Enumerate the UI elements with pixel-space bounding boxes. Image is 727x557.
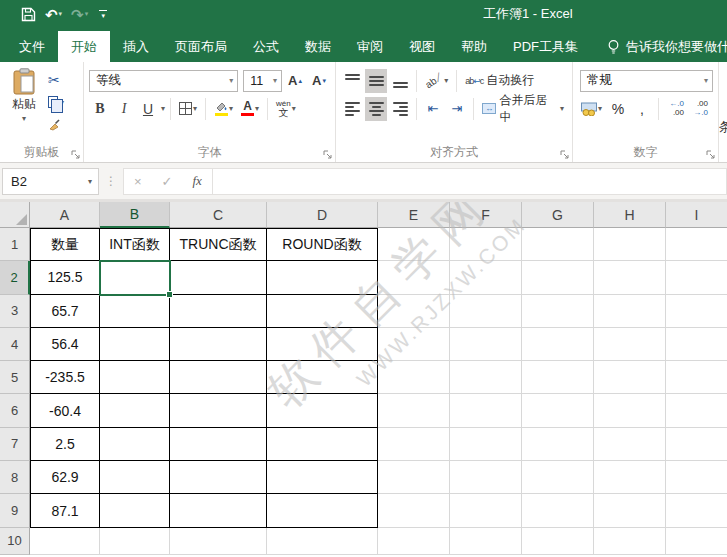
cell-E10[interactable] — [378, 528, 450, 555]
cell-G9[interactable] — [522, 494, 594, 527]
align-center-button[interactable] — [365, 97, 387, 121]
column-header-E[interactable]: E — [378, 202, 450, 228]
tab-page-layout[interactable]: 页面布局 — [162, 31, 240, 62]
cell-F4[interactable] — [450, 328, 522, 361]
cell-B7[interactable] — [100, 428, 170, 461]
column-header-C[interactable]: C — [170, 202, 267, 228]
cell-H6[interactable] — [594, 394, 666, 427]
align-right-button[interactable] — [389, 97, 411, 121]
cell-F9[interactable] — [450, 494, 522, 527]
tab-formulas[interactable]: 公式 — [240, 31, 292, 62]
cell-D6[interactable] — [267, 394, 378, 427]
underline-button[interactable]: U — [137, 97, 159, 121]
tab-review[interactable]: 审阅 — [344, 31, 396, 62]
cell-F3[interactable] — [450, 295, 522, 328]
cell-B4[interactable] — [100, 328, 170, 361]
cell-G4[interactable] — [522, 328, 594, 361]
accounting-format-button[interactable]: ▾ — [578, 97, 605, 121]
top-align-button[interactable] — [341, 69, 363, 93]
number-dialog-launcher-icon[interactable] — [706, 150, 715, 159]
column-header-H[interactable]: H — [594, 202, 666, 228]
cell-F5[interactable] — [450, 361, 522, 394]
cell-I6[interactable] — [666, 394, 727, 427]
cell-A6[interactable]: -60.4 — [30, 394, 100, 427]
cell-H1[interactable] — [594, 228, 666, 261]
cell-H8[interactable] — [594, 461, 666, 494]
cell-D4[interactable] — [267, 328, 378, 361]
cell-G3[interactable] — [522, 295, 594, 328]
cell-D10[interactable] — [267, 528, 378, 555]
tab-file[interactable]: 文件 — [6, 31, 58, 62]
cell-H3[interactable] — [594, 295, 666, 328]
cell-E2[interactable] — [378, 261, 450, 294]
cell-G10[interactable] — [522, 528, 594, 555]
cell-C3[interactable] — [170, 295, 267, 328]
wrap-text-button[interactable]: ab↩c 自动换行 — [462, 69, 537, 93]
cell-F7[interactable] — [450, 428, 522, 461]
cell-A1[interactable]: 数量 — [30, 228, 100, 261]
alignment-dialog-launcher-icon[interactable] — [560, 150, 569, 159]
cell-C6[interactable] — [170, 394, 267, 427]
underline-dropdown-caret-icon[interactable]: ▾ — [161, 104, 165, 113]
cell-C5[interactable] — [170, 361, 267, 394]
row-header-7[interactable]: 7 — [0, 428, 30, 461]
row-header-3[interactable]: 3 — [0, 295, 30, 328]
cell-F6[interactable] — [450, 394, 522, 427]
cell-D3[interactable] — [267, 295, 378, 328]
cut-button[interactable]: ✂ — [48, 71, 64, 89]
column-header-A[interactable]: A — [30, 202, 100, 228]
cell-A7[interactable]: 2.5 — [30, 428, 100, 461]
row-header-6[interactable]: 6 — [0, 394, 30, 427]
row-header-8[interactable]: 8 — [0, 461, 30, 494]
cell-B9[interactable] — [100, 494, 170, 527]
cell-B8[interactable] — [100, 461, 170, 494]
cell-A2[interactable]: 125.5 — [30, 261, 100, 294]
cell-F8[interactable] — [450, 461, 522, 494]
column-header-G[interactable]: G — [522, 202, 594, 228]
tell-me-search[interactable]: 告诉我你想要做什么 — [607, 31, 727, 62]
cell-A8[interactable]: 62.9 — [30, 461, 100, 494]
undo-dropdown-caret-icon[interactable]: ▾ — [59, 10, 63, 18]
bottom-align-button[interactable] — [389, 69, 411, 93]
cell-G8[interactable] — [522, 461, 594, 494]
cell-B10[interactable] — [100, 528, 170, 555]
row-header-10[interactable]: 10 — [0, 528, 30, 555]
decrease-font-size-button[interactable]: A▾ — [308, 69, 330, 93]
percent-style-button[interactable]: % — [607, 97, 629, 121]
column-header-B[interactable]: B — [100, 202, 170, 228]
middle-align-button[interactable] — [365, 69, 387, 93]
row-header-5[interactable]: 5 — [0, 361, 30, 394]
insert-function-button[interactable]: fx — [193, 173, 202, 189]
cell-G6[interactable] — [522, 394, 594, 427]
cell-E3[interactable] — [378, 295, 450, 328]
tab-view[interactable]: 视图 — [396, 31, 448, 62]
cell-D7[interactable] — [267, 428, 378, 461]
tab-insert[interactable]: 插入 — [110, 31, 162, 62]
cell-I9[interactable] — [666, 494, 727, 527]
cell-G2[interactable] — [522, 261, 594, 294]
format-painter-button[interactable] — [48, 115, 64, 133]
phonetic-guide-button[interactable]: wén 文 ▾ — [273, 97, 299, 121]
row-header-2[interactable]: 2 — [0, 261, 30, 294]
cell-E6[interactable] — [378, 394, 450, 427]
cell-D5[interactable] — [267, 361, 378, 394]
cell-H4[interactable] — [594, 328, 666, 361]
cell-B5[interactable] — [100, 361, 170, 394]
cell-C4[interactable] — [170, 328, 267, 361]
cell-E5[interactable] — [378, 361, 450, 394]
cell-A5[interactable]: -235.5 — [30, 361, 100, 394]
increase-indent-button[interactable]: ⇥ — [446, 97, 468, 121]
cell-G7[interactable] — [522, 428, 594, 461]
cell-I7[interactable] — [666, 428, 727, 461]
cell-I5[interactable] — [666, 361, 727, 394]
cell-D9[interactable] — [267, 494, 378, 527]
align-left-button[interactable] — [341, 97, 363, 121]
cell-C1[interactable]: TRUNC函数 — [170, 228, 267, 261]
row-header-4[interactable]: 4 — [0, 328, 30, 361]
increase-decimal-button[interactable]: ←.0 .00 — [664, 97, 686, 121]
font-name-combo[interactable]: 等线 ▾ — [89, 70, 238, 92]
cell-B2[interactable] — [100, 261, 170, 294]
bold-button[interactable]: B — [89, 97, 111, 121]
cell-C7[interactable] — [170, 428, 267, 461]
cell-C9[interactable] — [170, 494, 267, 527]
